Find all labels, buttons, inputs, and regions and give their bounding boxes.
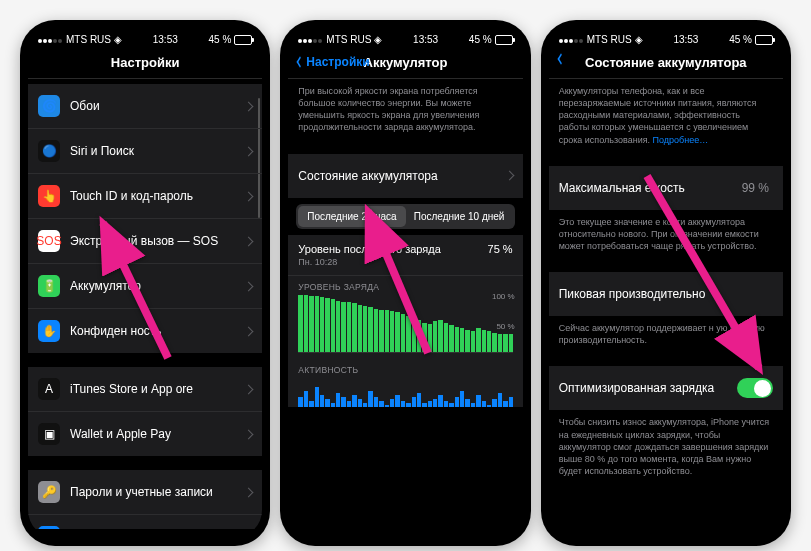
chevron-right-icon bbox=[244, 326, 254, 336]
learn-more-link[interactable]: Подробнее… bbox=[653, 135, 709, 145]
page-title: Аккумулятор bbox=[364, 55, 448, 70]
settings-row[interactable]: ✋Конфиден ность bbox=[28, 309, 262, 353]
chevron-right-icon bbox=[244, 429, 254, 439]
settings-row[interactable]: ✉️Почта bbox=[28, 515, 262, 529]
chart-bar bbox=[401, 314, 405, 352]
page-title: Состояние аккумулятора bbox=[585, 55, 747, 70]
chart-bar bbox=[315, 387, 319, 407]
row-icon: ▣ bbox=[38, 423, 60, 445]
chart-bar bbox=[374, 397, 378, 407]
settings-row[interactable]: 🔵Siri и Поиск bbox=[28, 129, 262, 174]
row-label: iTunes Store и App ore bbox=[70, 382, 239, 396]
chart-bar bbox=[352, 303, 356, 351]
seg-10d[interactable]: Последние 10 дней bbox=[406, 206, 513, 227]
chart-bar bbox=[304, 295, 308, 351]
intro-text: При высокой яркости экрана потребляется … bbox=[288, 79, 522, 140]
screen-battery-health: MTS RUS ◈ 13:53 45 % Состояние аккумулят… bbox=[549, 28, 783, 538]
chart-bar bbox=[498, 393, 502, 407]
phone-frame-2: MTS RUS ◈ 13:53 45 % Настройки Аккумулят… bbox=[280, 20, 530, 546]
phone-frame-1: MTS RUS ◈ 13:53 45 % Настройки 🌀Обои🔵Sir… bbox=[20, 20, 270, 546]
chart-bar bbox=[358, 399, 362, 407]
chart-bar bbox=[347, 302, 351, 351]
chevron-right-icon bbox=[504, 171, 514, 181]
chevron-right-icon bbox=[244, 101, 254, 111]
chart-bar bbox=[390, 399, 394, 407]
chart-bar bbox=[482, 401, 486, 407]
chart-bar bbox=[336, 393, 340, 407]
back-label: Настройки bbox=[306, 55, 369, 69]
back-button[interactable] bbox=[557, 55, 565, 63]
optimized-charging-row[interactable]: Оптимизированная зарядка bbox=[549, 366, 783, 410]
settings-row[interactable]: 🔑Пароли и учетные записи bbox=[28, 470, 262, 515]
signal-icon bbox=[38, 34, 63, 45]
chart-bar bbox=[358, 305, 362, 351]
wifi-icon: ◈ bbox=[635, 34, 643, 45]
chevron-right-icon bbox=[244, 384, 254, 394]
settings-row[interactable]: ▣Wallet и Apple Pay bbox=[28, 412, 262, 456]
chart-bar bbox=[385, 310, 389, 351]
settings-row[interactable]: 👆Touch ID и код-пароль bbox=[28, 174, 262, 219]
chart-bar bbox=[331, 403, 335, 407]
screen-battery: MTS RUS ◈ 13:53 45 % Настройки Аккумулят… bbox=[288, 28, 522, 538]
battery-icon bbox=[755, 35, 773, 45]
chart-bar bbox=[315, 296, 319, 351]
chart-bar bbox=[341, 397, 345, 407]
row-icon: 👆 bbox=[38, 185, 60, 207]
row-icon: SOS bbox=[38, 230, 60, 252]
chevron-right-icon bbox=[244, 191, 254, 201]
chart-bar bbox=[465, 399, 469, 407]
chart-bar bbox=[417, 320, 421, 352]
chart-bar bbox=[412, 397, 416, 407]
chart-bar bbox=[374, 309, 378, 352]
segmented-control[interactable]: Последние 24 часа Последние 10 дней bbox=[296, 204, 514, 229]
battery-pct: 45 % bbox=[209, 34, 232, 45]
optimized-charging-toggle[interactable] bbox=[737, 378, 773, 398]
chart-bar bbox=[492, 399, 496, 407]
activity-chart bbox=[298, 377, 512, 407]
chart-bar bbox=[363, 306, 367, 351]
chevron-right-icon bbox=[244, 281, 254, 291]
chart-bar bbox=[412, 318, 416, 352]
chart-bar bbox=[390, 311, 394, 352]
chevron-left-icon bbox=[557, 53, 564, 64]
chart-bar bbox=[320, 297, 324, 352]
chart-bar bbox=[487, 331, 491, 351]
chart-bar bbox=[460, 391, 464, 407]
signal-icon bbox=[559, 34, 584, 45]
settings-list[interactable]: 🌀Обои🔵Siri и Поиск👆Touch ID и код-пароль… bbox=[28, 79, 262, 529]
last-charge-row: Уровень последнего заряда Пн. 10:28 75 % bbox=[288, 235, 522, 276]
chart-bar bbox=[482, 330, 486, 352]
chart-bar bbox=[309, 296, 313, 352]
row-label: Конфиден ность bbox=[70, 324, 239, 338]
settings-row[interactable]: SOSЭкстренный вызов — SOS bbox=[28, 219, 262, 264]
battery-content[interactable]: При высокой яркости экрана потребляется … bbox=[288, 79, 522, 529]
row-label: Пароли и учетные записи bbox=[70, 485, 239, 499]
health-content[interactable]: Аккумуляторы телефона, как и все перезар… bbox=[549, 79, 783, 529]
battery-icon bbox=[495, 35, 513, 45]
row-icon: ✉️ bbox=[38, 526, 60, 529]
clock: 13:53 bbox=[153, 34, 178, 45]
row-label: Максимальная е кость bbox=[559, 181, 742, 195]
battery-health-row[interactable]: Состояние аккумулятора bbox=[288, 154, 522, 198]
settings-row[interactable]: 🌀Обои bbox=[28, 84, 262, 129]
chart-bar bbox=[320, 395, 324, 407]
signal-icon bbox=[298, 34, 323, 45]
seg-24h[interactable]: Последние 24 часа bbox=[298, 206, 405, 227]
chart-bar bbox=[331, 299, 335, 351]
row-label: Состояние аккумулятора bbox=[298, 169, 499, 183]
settings-row[interactable]: 🔋Аккумулятор bbox=[28, 264, 262, 309]
settings-row[interactable]: AiTunes Store и App ore bbox=[28, 367, 262, 412]
wifi-icon: ◈ bbox=[114, 34, 122, 45]
back-button[interactable]: Настройки bbox=[296, 55, 369, 69]
chart-bar bbox=[433, 399, 437, 407]
peak-footer: Сейчас аккумулятор поддерживает н ую пик… bbox=[549, 316, 783, 352]
status-bar: MTS RUS ◈ 13:53 45 % bbox=[28, 28, 262, 47]
page-title: Настройки bbox=[111, 55, 180, 70]
chevron-right-icon bbox=[244, 236, 254, 246]
battery-icon bbox=[234, 35, 252, 45]
row-icon: 🔋 bbox=[38, 275, 60, 297]
row-icon: A bbox=[38, 378, 60, 400]
chart-bar bbox=[455, 327, 459, 351]
chart-bar bbox=[503, 401, 507, 407]
chart-bar bbox=[444, 323, 448, 352]
